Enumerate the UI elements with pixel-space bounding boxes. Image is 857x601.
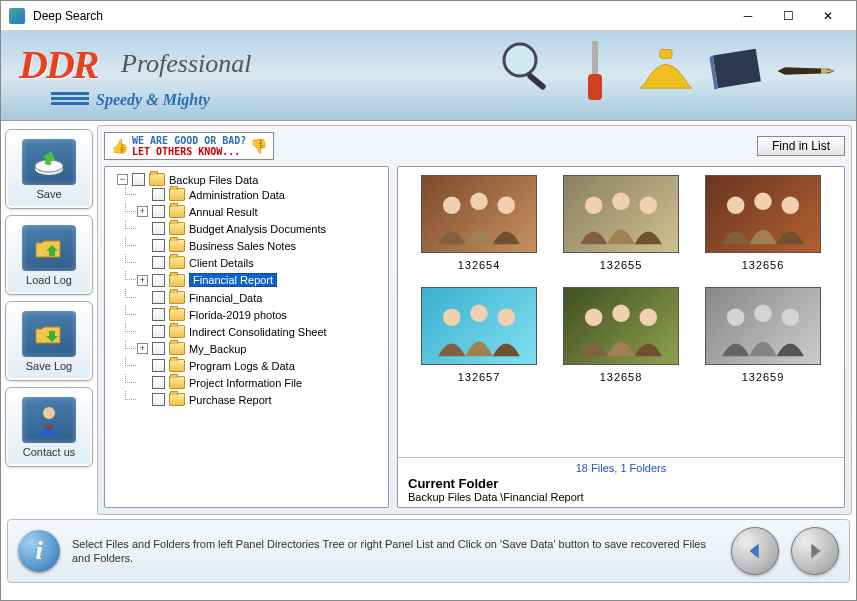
maximize-button[interactable]: ☐	[768, 2, 808, 30]
thumbnail-image	[563, 287, 679, 365]
close-button[interactable]: ✕	[808, 2, 848, 30]
thumbnail[interactable]: 132654	[419, 175, 539, 271]
checkbox[interactable]	[152, 274, 165, 287]
thumbnail[interactable]: 132658	[561, 287, 681, 383]
tree-item[interactable]: Project Information File	[137, 374, 386, 391]
title-bar: Deep Search ─ ☐ ✕	[1, 1, 856, 31]
tree-item-label: Indirect Consolidating Sheet	[189, 326, 327, 338]
checkbox[interactable]	[152, 359, 165, 372]
save-label: Save	[36, 188, 61, 200]
checkbox[interactable]	[152, 291, 165, 304]
folder-icon	[169, 393, 185, 406]
tree-item[interactable]: +Financial Report	[137, 271, 386, 289]
expand-icon[interactable]: +	[137, 206, 148, 217]
checkbox[interactable]	[152, 205, 165, 218]
checkbox[interactable]	[152, 222, 165, 235]
thumbnail-caption: 132655	[600, 259, 643, 271]
svg-point-14	[612, 193, 630, 211]
expand-spacer	[137, 394, 148, 405]
expand-spacer	[137, 257, 148, 268]
tree-item-label: Financial Report	[189, 273, 277, 287]
back-button[interactable]	[731, 527, 779, 575]
save-button[interactable]: Save	[5, 129, 93, 209]
expand-spacer	[137, 189, 148, 200]
collapse-icon[interactable]: −	[117, 174, 128, 185]
checkbox[interactable]	[152, 342, 165, 355]
svg-rect-3	[588, 74, 602, 100]
folder-icon	[169, 342, 185, 355]
main-panel: 👍 WE ARE GOOD OR BAD? LET OTHERS KNOW...…	[97, 125, 852, 515]
save-icon	[22, 139, 76, 185]
thumbnails-scroll[interactable]: 132654132655132656132657132658132659	[398, 167, 844, 457]
brand-tagline: Speedy & Mighty	[96, 91, 210, 109]
tree-root[interactable]: − Backup Files Data Administration Data+…	[117, 171, 386, 410]
svg-rect-1	[526, 72, 547, 91]
expand-spacer	[137, 240, 148, 251]
svg-point-27	[640, 308, 658, 326]
find-in-list-button[interactable]: Find in List	[757, 136, 845, 156]
tree-item[interactable]: Program Logs & Data	[137, 357, 386, 374]
tree-item[interactable]: Purchase Report	[137, 391, 386, 408]
folder-icon	[169, 376, 185, 389]
tree-item[interactable]: +My_Backup	[137, 340, 386, 357]
expand-icon[interactable]: +	[137, 275, 148, 286]
expand-icon[interactable]: +	[137, 343, 148, 354]
sidebar: Save Load Log Save Log Contact us	[5, 125, 93, 515]
svg-point-26	[612, 305, 630, 323]
thumbnail[interactable]: 132659	[703, 287, 823, 383]
toolbar: 👍 WE ARE GOOD OR BAD? LET OTHERS KNOW...…	[104, 132, 845, 160]
tree-item-label: Financial_Data	[189, 292, 262, 304]
tree-item-label: Project Information File	[189, 377, 302, 389]
checkbox[interactable]	[152, 256, 165, 269]
file-count: 18 Files, 1 Folders	[408, 462, 834, 474]
footer-text: Select Files and Folders from left Panel…	[72, 537, 719, 566]
checkbox[interactable]	[152, 393, 165, 406]
magnifier-icon	[496, 36, 556, 106]
tree-item[interactable]: Florida-2019 photos	[137, 306, 386, 323]
checkbox[interactable]	[152, 308, 165, 321]
info-icon: i	[18, 530, 60, 572]
checkbox[interactable]	[132, 173, 145, 186]
thumb-down-icon: 👎	[250, 138, 267, 154]
load-log-label: Load Log	[26, 274, 72, 286]
checkbox[interactable]	[152, 325, 165, 338]
pen-icon	[776, 36, 836, 106]
feedback-badge[interactable]: 👍 WE ARE GOOD OR BAD? LET OTHERS KNOW...…	[104, 132, 274, 160]
status-row: 18 Files, 1 Folders Current Folder Backu…	[398, 457, 844, 507]
checkbox[interactable]	[152, 376, 165, 389]
panels: − Backup Files Data Administration Data+…	[104, 166, 845, 508]
thumbnail[interactable]: 132657	[419, 287, 539, 383]
svg-point-17	[727, 196, 745, 214]
minimize-button[interactable]: ─	[728, 2, 768, 30]
hardhat-icon	[636, 36, 696, 106]
svg-point-31	[782, 308, 800, 326]
contact-us-icon	[22, 397, 76, 443]
next-button[interactable]	[791, 527, 839, 575]
tree-item[interactable]: Administration Data	[137, 186, 386, 203]
checkbox[interactable]	[152, 239, 165, 252]
thumbnail-caption: 132654	[458, 259, 501, 271]
folder-icon	[169, 256, 185, 269]
save-log-button[interactable]: Save Log	[5, 301, 93, 381]
tree-item[interactable]: Indirect Consolidating Sheet	[137, 323, 386, 340]
tree-item[interactable]: Business Sales Notes	[137, 237, 386, 254]
checkbox[interactable]	[152, 188, 165, 201]
thumbnail[interactable]: 132656	[703, 175, 823, 271]
tree-item[interactable]: Financial_Data	[137, 289, 386, 306]
svg-point-29	[727, 308, 745, 326]
thumbnail[interactable]: 132655	[561, 175, 681, 271]
tree-scroll[interactable]: − Backup Files Data Administration Data+…	[105, 167, 388, 507]
tree-item-label: Florida-2019 photos	[189, 309, 287, 321]
contact-us-button[interactable]: Contact us	[5, 387, 93, 467]
tree-item[interactable]: Client Details	[137, 254, 386, 271]
brand-text: DDR	[19, 42, 97, 87]
load-log-button[interactable]: Load Log	[5, 215, 93, 295]
expand-spacer	[137, 377, 148, 388]
svg-point-22	[470, 305, 488, 323]
thumbnail-caption: 132659	[742, 371, 785, 383]
svg-point-23	[498, 308, 516, 326]
tree-item[interactable]: Budget Analysis Documents	[137, 220, 386, 237]
app-icon	[9, 8, 25, 24]
banner: DDR Professional Speedy & Mighty	[1, 31, 856, 121]
tree-item[interactable]: +Annual Result	[137, 203, 386, 220]
